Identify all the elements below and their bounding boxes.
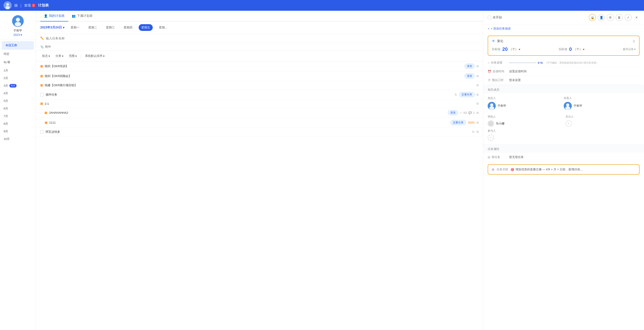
- task-item[interactable]: ⊠ 组织【OKR回顾会】 派发 ⧉: [36, 71, 483, 81]
- parent-value[interactable]: 暂无母任务: [509, 155, 640, 159]
- day-thursday[interactable]: 星期四: [121, 24, 135, 31]
- task-input-row: ✏️: [36, 34, 483, 43]
- quantify-section: 👁 量化 🗑 目标值 20 （个） ▾ 实际值 0 （个） ▾: [488, 36, 640, 56]
- sidebar-nav: 今日工作 待定 年/季 1月 2月 3月 本月 4月 5月 6月 7月 8月 9…: [0, 39, 36, 145]
- day-monday[interactable]: 星期一: [68, 24, 82, 31]
- target-field: 目标值 20 （个） ▾: [492, 46, 520, 52]
- parent-task-row: ⊟ 母任务 暂无母任务: [488, 153, 640, 162]
- close-button[interactable]: ×: [634, 14, 640, 21]
- settings-button[interactable]: ⚙: [607, 14, 614, 21]
- svg-point-4: [16, 18, 20, 22]
- filter-category[interactable]: 分类 ▾: [54, 53, 65, 59]
- filter-sort[interactable]: 系统默认排序 ▾: [83, 53, 106, 59]
- target-unit[interactable]: （个） ▾: [510, 47, 520, 51]
- task-checkbox[interactable]: [40, 130, 44, 134]
- panel-header: 未开始 🔒 👤 ⚙ 🗑 ⤢ ×: [483, 11, 644, 24]
- clock-icon: ⏰: [488, 70, 491, 73]
- estimate-value[interactable]: 暂未设置: [509, 78, 640, 82]
- edit-icon: ✏️: [40, 37, 44, 40]
- paperclip-icon: 📎: [40, 45, 44, 49]
- estimate-row: ⏱ 预估工时 暂未设置: [488, 76, 640, 85]
- copy-icon[interactable]: ⧉: [476, 102, 478, 105]
- expand-icon[interactable]: −: [40, 111, 42, 114]
- task-item[interactable]: 循环任务 ↻ 定量任务 ⧉: [36, 90, 483, 100]
- sidebar-month-mar[interactable]: 3月 本月: [0, 82, 36, 90]
- add-follower-button[interactable]: +: [566, 120, 572, 127]
- sidebar-month-oct[interactable]: 10月: [0, 135, 36, 143]
- task-item[interactable]: − ⊠ JAHAHAHHA2 派发 ✓ 0/1 💬 1 ⧉: [36, 108, 483, 118]
- status-badge[interactable]: 未开始: [488, 16, 502, 20]
- expand-button[interactable]: ⤢: [624, 14, 632, 21]
- lock-button[interactable]: 🔒: [589, 14, 596, 21]
- task-item[interactable]: ⊠ 组建【OKR推行项目组】 ⧉: [36, 81, 483, 90]
- tab-sub-plan[interactable]: 👥 下属计划表: [68, 11, 96, 22]
- copy-icon[interactable]: ⧉: [476, 84, 478, 87]
- sidebar-item-year-season[interactable]: 年/季: [0, 58, 36, 67]
- sidebar-month-aug[interactable]: 8月: [0, 120, 36, 128]
- svg-point-11: [565, 106, 570, 110]
- copy-icon[interactable]: ⧉: [476, 65, 478, 68]
- subtask-icon: ⊠: [40, 84, 43, 87]
- task-sub-item[interactable]: ⊠ 1111 定量任务 200% ⧉: [36, 118, 483, 128]
- sidebar-month-jun[interactable]: 6月: [0, 105, 36, 112]
- sidebar-month-may[interactable]: 5月: [0, 97, 36, 105]
- user-button[interactable]: 👤: [598, 14, 605, 21]
- topbar-avatar[interactable]: [4, 1, 12, 10]
- day-wednesday[interactable]: 星期三: [103, 24, 118, 31]
- svg-point-10: [566, 103, 569, 107]
- expand-records-button[interactable]: 展开记录 ▾: [623, 48, 636, 51]
- attributes-section-header: 任务属性: [483, 144, 644, 153]
- subtask-icon: ⊠: [40, 102, 43, 105]
- sidebar-item-today[interactable]: 今日工作: [2, 41, 34, 50]
- day-next[interactable]: 星期...: [156, 24, 170, 31]
- task-name-input[interactable]: [46, 37, 478, 40]
- actual-unit[interactable]: （个） ▾: [574, 47, 584, 51]
- day-tuesday[interactable]: 星期二: [86, 24, 100, 31]
- sidebar-month-jan[interactable]: 1月: [0, 67, 36, 74]
- sidebar-year[interactable]: 2023 ▾: [14, 33, 22, 37]
- filter-status[interactable]: 状态 ▾: [40, 53, 52, 59]
- initiator-avatar[interactable]: [488, 102, 496, 110]
- copy-icon[interactable]: ⧉: [476, 121, 478, 124]
- sidebar-month-feb[interactable]: 2月: [0, 74, 36, 82]
- subtask-icon: ⊠: [40, 65, 43, 68]
- approver-placeholder: —: [488, 120, 494, 127]
- progress-bar: [509, 62, 536, 63]
- delete-button[interactable]: 🗑: [616, 14, 623, 21]
- page-title: 计划表: [38, 3, 49, 8]
- task-checkbox[interactable]: [40, 93, 44, 96]
- sidebar-month-sep[interactable]: 9月: [0, 128, 36, 135]
- status-checkbox[interactable]: [488, 16, 491, 19]
- refresh-icon: ↻: [472, 130, 475, 134]
- sidebar-item-pending[interactable]: 待定: [0, 50, 36, 58]
- discover-badge: 2: [32, 4, 35, 7]
- current-date[interactable]: 2023年3月24日 ▾: [40, 26, 64, 30]
- sidebar-username: 于和平: [14, 29, 22, 33]
- subtask-icon: ⊠: [40, 74, 43, 78]
- sidebar-month-apr[interactable]: 4月: [0, 90, 36, 97]
- tab-my-plan[interactable]: 👤 我的计划表: [40, 11, 68, 22]
- parent-icon: ⊟: [488, 155, 490, 159]
- responsible-avatar[interactable]: [564, 102, 572, 110]
- copy-icon[interactable]: ⧉: [476, 111, 478, 115]
- task-item[interactable]: ⊠ 2-1 ⧉: [36, 100, 483, 108]
- task-item[interactable]: 阿瓦达哇多 ↻ ⧉: [36, 128, 483, 136]
- task-item[interactable]: ⊠ 组织【OKR培训】 派发 ⧉: [36, 61, 483, 71]
- copy-icon[interactable]: ⧉: [476, 130, 478, 134]
- task-link-row: ⊞ 任务关联 🎯 增加优质的直播主播 — KR × 月 × 日前，新增20名..…: [488, 164, 640, 175]
- filter-row: 状态 ▾ 分类 ▾ 范围 ▾ | 系统默认排序 ▾: [36, 51, 483, 61]
- task-link-content[interactable]: 🎯 增加优质的直播主播 — KR × 月 × 日前，新增20名...: [510, 168, 636, 172]
- attach-row[interactable]: 📎 附件: [36, 43, 483, 51]
- add-participant-button[interactable]: +: [488, 134, 494, 141]
- day-friday[interactable]: 星期五: [139, 24, 153, 31]
- filter-range[interactable]: 范围 ▾: [67, 53, 79, 59]
- svg-point-2: [5, 6, 10, 9]
- sidebar-month-jul[interactable]: 7月: [0, 112, 36, 120]
- delete-quantify-icon[interactable]: 🗑: [632, 39, 636, 43]
- copy-icon[interactable]: ⧉: [476, 93, 478, 96]
- add-description[interactable]: + + 添加任务描述: [483, 24, 644, 33]
- feedback-value[interactable]: 设置反馈时间: [509, 69, 640, 73]
- discover-nav[interactable]: 发现 2: [24, 3, 35, 8]
- svg-point-1: [6, 3, 9, 6]
- copy-icon[interactable]: ⧉: [476, 74, 478, 78]
